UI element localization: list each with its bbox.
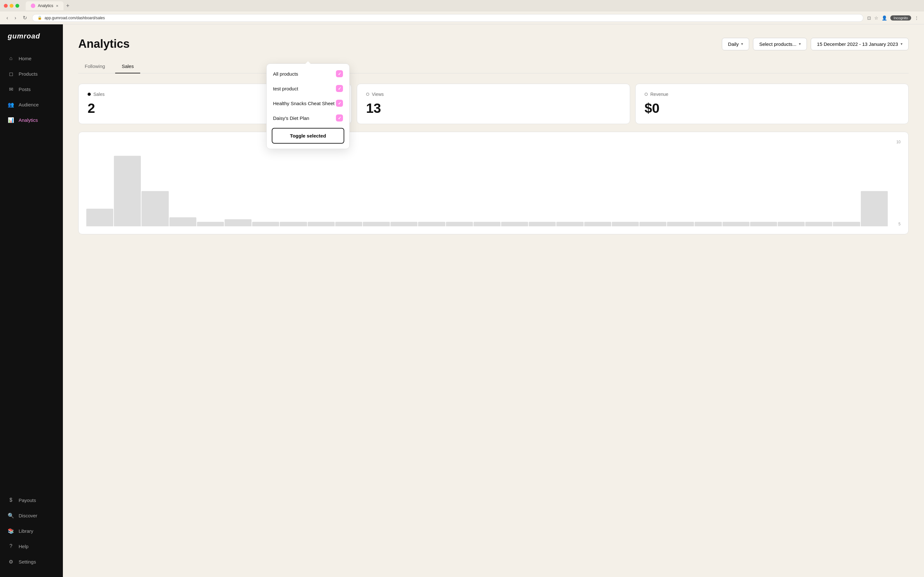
- chart-bar: [529, 222, 556, 226]
- products-icon: ◻: [8, 71, 14, 77]
- sidebar-item-discover[interactable]: 🔍 Discover: [0, 508, 63, 523]
- chart-bar: [170, 218, 196, 226]
- sidebar-item-library[interactable]: 📚 Library: [0, 523, 63, 538]
- incognito-label: Incognito: [893, 16, 908, 20]
- dropdown-item-test-product[interactable]: test product ✓: [267, 81, 349, 96]
- chart-bar: [142, 191, 168, 226]
- dropdown-item-healthy-snacks-label: Healthy Snacks Cheat Sheet: [273, 101, 334, 106]
- dropdown-item-healthy-snacks[interactable]: Healthy Snacks Cheat Sheet ✓: [267, 96, 349, 111]
- period-dropdown[interactable]: Daily ▾: [722, 38, 749, 50]
- chart-bar: [584, 222, 611, 226]
- analytics-icon: 📊: [8, 117, 14, 123]
- sidebar-logo: gumroad: [0, 32, 63, 51]
- toggle-selected-button[interactable]: Toggle selected: [272, 128, 344, 143]
- audience-icon: 👥: [8, 101, 14, 108]
- sidebar-item-posts[interactable]: ✉ Posts: [0, 81, 63, 97]
- active-tab[interactable]: Analytics ✕: [26, 1, 63, 10]
- toggle-selected-label: Toggle selected: [290, 133, 326, 139]
- logo-text: gumroad: [8, 32, 40, 40]
- chart-bar: [252, 222, 279, 226]
- new-tab-button[interactable]: +: [65, 3, 71, 9]
- date-range-button[interactable]: 15 December 2022 - 13 January 2023 ▾: [811, 38, 909, 50]
- views-value: 13: [366, 101, 621, 116]
- sidebar-item-audience[interactable]: 👥 Audience: [0, 97, 63, 112]
- close-window-button[interactable]: [4, 4, 8, 8]
- chart-bar: [391, 222, 417, 226]
- checkbox-all-products[interactable]: ✓: [336, 70, 343, 77]
- products-dropdown[interactable]: Select products... ▾: [753, 38, 807, 50]
- address-bar[interactable]: 🔒 app.gumroad.com/dashboard/sales: [32, 14, 864, 22]
- dropdown-item-daisys-diet-label: Daisy's Diet Plan: [273, 115, 309, 121]
- title-bar: Analytics ✕ +: [0, 0, 924, 11]
- sidebar-item-products[interactable]: ◻ Products: [0, 66, 63, 81]
- incognito-badge: Incognito: [890, 15, 911, 21]
- maximize-window-button[interactable]: [15, 4, 19, 8]
- tab-close-button[interactable]: ✕: [56, 4, 58, 8]
- sales-label-text: Sales: [94, 92, 105, 97]
- bookmark-icon[interactable]: ☆: [874, 15, 879, 21]
- period-label: Daily: [728, 41, 738, 47]
- products-dropdown-arrow: ▾: [799, 42, 801, 46]
- sidebar-label-settings: Settings: [19, 559, 36, 564]
- stat-label-revenue: Revenue: [645, 92, 899, 97]
- tabs-row: Following Sales: [78, 61, 909, 73]
- tab-following[interactable]: Following: [78, 61, 111, 73]
- tab-following-label: Following: [85, 63, 105, 69]
- chart-bar: [335, 222, 362, 226]
- sidebar-label-payouts: Payouts: [19, 498, 36, 503]
- chart-bar: [280, 222, 307, 226]
- sidebar-label-library: Library: [19, 528, 33, 534]
- y-axis-mid: 5: [898, 222, 901, 226]
- payouts-icon: $: [8, 497, 14, 503]
- stat-card-views: Views 13: [357, 84, 630, 124]
- chart-bar: [667, 222, 694, 226]
- browser-nav-icons: ⊡ ☆ 👤 Incognito ⋮: [867, 15, 919, 21]
- profile-icon[interactable]: 👤: [882, 15, 887, 21]
- sidebar-label-posts: Posts: [19, 87, 31, 92]
- views-label-text: Views: [372, 92, 384, 97]
- revenue-dot-icon: [645, 93, 648, 96]
- minimize-window-button[interactable]: [10, 4, 13, 8]
- chart-bar: [114, 156, 141, 226]
- main-content: Analytics Daily ▾ Select products... ▾ 1…: [63, 24, 924, 577]
- sidebar-label-audience: Audience: [19, 102, 39, 107]
- dropdown-arrow-up: [305, 61, 310, 64]
- dropdown-item-all-products[interactable]: All products ✓: [267, 66, 349, 81]
- dropdown-item-daisys-diet[interactable]: Daisy's Diet Plan ✓: [267, 111, 349, 125]
- sidebar-item-help[interactable]: ? Help: [0, 538, 63, 554]
- revenue-value: $0: [645, 101, 899, 116]
- sidebar-label-discover: Discover: [19, 513, 37, 518]
- back-button[interactable]: ‹: [5, 14, 9, 22]
- products-dropdown-menu: All products ✓ test product ✓ Healthy Sn…: [266, 63, 350, 149]
- sidebar-item-payouts[interactable]: $ Payouts: [0, 492, 63, 508]
- reload-button[interactable]: ↻: [21, 13, 28, 22]
- chart-bar: [778, 222, 804, 226]
- checkbox-daisys-diet[interactable]: ✓: [336, 114, 343, 121]
- tab-sales-label: Sales: [121, 63, 134, 69]
- products-label: Select products...: [759, 41, 796, 47]
- tab-sales[interactable]: Sales: [115, 61, 140, 73]
- sidebar-item-home[interactable]: ⌂ Home: [0, 51, 63, 66]
- dropdown-item-all-products-label: All products: [273, 71, 298, 77]
- chart-bar: [473, 222, 501, 226]
- chart-bar: [612, 222, 639, 226]
- chart-bar: [225, 219, 252, 226]
- sidebar-item-settings[interactable]: ⚙ Settings: [0, 554, 63, 569]
- chart-bar: [695, 222, 722, 226]
- menu-icon[interactable]: ⋮: [914, 15, 919, 21]
- checkbox-test-product[interactable]: ✓: [336, 85, 343, 92]
- page-title: Analytics: [78, 37, 129, 51]
- chart-bar: [308, 222, 334, 226]
- chart-bar: [750, 222, 777, 226]
- page-header: Analytics Daily ▾ Select products... ▾ 1…: [78, 37, 909, 51]
- discover-icon: 🔍: [8, 512, 14, 519]
- chart-container: 10 5: [78, 132, 909, 234]
- stat-card-revenue: Revenue $0: [635, 84, 909, 124]
- checkbox-healthy-snacks[interactable]: ✓: [336, 100, 343, 107]
- sidebar-label-help: Help: [19, 544, 29, 549]
- stat-label-views: Views: [366, 92, 621, 97]
- sidebar-item-analytics[interactable]: 📊 Analytics: [0, 112, 63, 127]
- date-range-text: 15 December 2022 - 13 January 2023: [817, 41, 898, 47]
- sidebar: gumroad ⌂ Home ◻ Products ✉ Posts 👥 Audi…: [0, 24, 63, 577]
- forward-button[interactable]: ›: [13, 14, 17, 22]
